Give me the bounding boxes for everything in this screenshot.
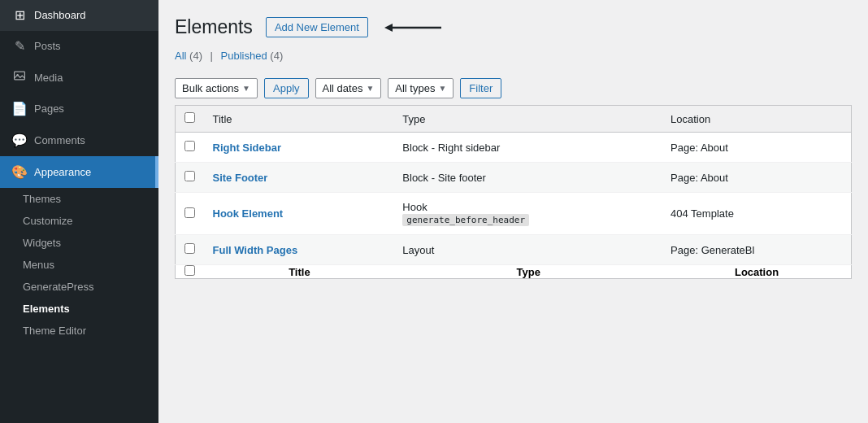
row-type-cell: Block - Site footer <box>394 163 662 193</box>
sidebar-item-dashboard[interactable]: ⊞ Dashboard <box>0 0 158 31</box>
location-column-header: Location <box>662 106 851 133</box>
row-type-text: Block - Right sidebar <box>402 142 500 154</box>
type-footer-header: Type <box>394 265 662 279</box>
bulk-actions-chevron-icon: ▼ <box>242 84 250 93</box>
type-badge: generate_before_header <box>402 214 529 226</box>
sidebar-item-label: Pages <box>34 102 64 116</box>
all-filter-link[interactable]: All <box>175 50 186 62</box>
element-title-link[interactable]: Hook Element <box>213 207 284 220</box>
posts-icon: ✎ <box>11 37 28 55</box>
row-type-text: Hook <box>402 201 427 213</box>
sidebar-item-media[interactable]: Media <box>0 63 158 94</box>
all-dates-chevron-icon: ▼ <box>366 84 374 93</box>
generatepress-label: GeneratePress <box>23 281 93 293</box>
row-type-cell: Layout <box>394 235 662 265</box>
elements-table: Title Type Location Right SidebarBlock -… <box>175 105 852 279</box>
appearance-icon: 🎨 <box>11 164 28 180</box>
row-location-cell: Page: About <box>662 133 851 163</box>
filter-button[interactable]: Filter <box>460 78 501 98</box>
arrow-indicator <box>384 19 449 37</box>
sidebar-sub-item-generatepress[interactable]: GeneratePress <box>0 276 158 298</box>
row-checkbox[interactable] <box>184 243 195 254</box>
menus-label: Menus <box>23 259 54 271</box>
comments-icon: 💬 <box>11 132 28 150</box>
table-footer-row: Title Type Location <box>176 265 852 279</box>
row-location-cell: Page: GenerateBl <box>662 235 851 265</box>
sidebar-sub-item-themes[interactable]: Themes <box>0 188 158 210</box>
published-filter-link[interactable]: Published <box>221 50 267 62</box>
sidebar-item-label: Dashboard <box>34 8 86 23</box>
element-title-link[interactable]: Full Width Pages <box>213 244 298 256</box>
row-type-cell: Block - Right sidebar <box>394 133 662 163</box>
select-all-footer <box>176 265 205 279</box>
row-checkbox[interactable] <box>184 207 195 218</box>
page-header: Elements Add New Element <box>175 16 852 38</box>
row-checkbox-cell <box>176 235 205 265</box>
svg-rect-0 <box>15 72 25 80</box>
row-location-cell: Page: About <box>662 163 851 193</box>
theme-editor-label: Theme Editor <box>23 325 86 337</box>
sidebar-sub-item-menus[interactable]: Menus <box>0 254 158 276</box>
filter-bar: Bulk actions ▼ Apply All dates ▼ All typ… <box>175 72 852 105</box>
row-title-cell: Site Footer <box>205 163 395 193</box>
all-types-select[interactable]: All types ▼ <box>388 78 454 98</box>
table-row: Site FooterBlock - Site footerPage: Abou… <box>176 163 852 193</box>
filter-sep: | <box>210 50 216 62</box>
main-content: Elements Add New Element All (4) | Publi… <box>158 0 868 423</box>
widgets-label: Widgets <box>23 237 61 249</box>
page-title: Elements <box>175 16 253 38</box>
published-count: (4) <box>270 50 283 62</box>
all-types-chevron-icon: ▼ <box>438 84 446 93</box>
select-all-checkbox[interactable] <box>184 112 195 123</box>
sidebar-sub-item-theme-editor[interactable]: Theme Editor <box>0 320 158 342</box>
sidebar-sub-item-customize[interactable]: Customize <box>0 210 158 232</box>
row-location-cell: 404 Template <box>662 193 851 235</box>
row-checkbox[interactable] <box>184 171 195 181</box>
table-header-row: Title Type Location <box>176 106 852 133</box>
row-checkbox-cell <box>176 193 205 235</box>
type-column-header: Type <box>394 106 662 133</box>
sidebar: ⊞ Dashboard ✎ Posts Media 📄 Pages 💬 Comm… <box>0 0 158 423</box>
select-all-footer-checkbox[interactable] <box>184 265 195 276</box>
add-new-element-button[interactable]: Add New Element <box>266 17 368 37</box>
sidebar-sub-item-elements[interactable]: Elements <box>0 298 158 320</box>
customize-label: Customize <box>23 215 72 227</box>
element-title-link[interactable]: Site Footer <box>213 172 268 184</box>
row-type-cell: Hookgenerate_before_header <box>394 193 662 235</box>
themes-label: Themes <box>23 193 61 205</box>
bulk-actions-select[interactable]: Bulk actions ▼ <box>175 78 258 98</box>
all-types-label: All types <box>395 82 435 94</box>
all-count: (4) <box>189 50 202 62</box>
element-title-link[interactable]: Right Sidebar <box>213 142 282 154</box>
row-checkbox-cell <box>176 133 205 163</box>
media-icon <box>11 69 28 87</box>
sidebar-item-appearance[interactable]: 🎨 Appearance <box>0 156 158 188</box>
sidebar-item-label: Appearance <box>34 166 91 178</box>
arrow-svg <box>384 19 449 37</box>
table-row: Hook ElementHookgenerate_before_header40… <box>176 193 852 235</box>
sidebar-item-label: Comments <box>34 133 85 148</box>
apply-button[interactable]: Apply <box>264 78 309 98</box>
table-row: Right SidebarBlock - Right sidebarPage: … <box>176 133 852 163</box>
sidebar-item-comments[interactable]: 💬 Comments <box>0 125 158 156</box>
dashboard-icon: ⊞ <box>11 7 28 24</box>
sidebar-item-pages[interactable]: 📄 Pages <box>0 94 158 124</box>
sidebar-sub-item-widgets[interactable]: Widgets <box>0 232 158 254</box>
sidebar-item-posts[interactable]: ✎ Posts <box>0 31 158 62</box>
row-type-text: Layout <box>402 244 434 256</box>
title-footer-header: Title <box>205 265 395 279</box>
svg-marker-3 <box>384 24 393 32</box>
all-dates-label: All dates <box>323 82 363 94</box>
title-column-header: Title <box>205 106 395 133</box>
elements-label: Elements <box>23 303 70 315</box>
row-title-cell: Full Width Pages <box>205 235 395 265</box>
select-all-header <box>176 106 205 133</box>
sidebar-item-label: Media <box>34 71 63 85</box>
bulk-actions-label: Bulk actions <box>182 82 239 94</box>
table-row: Full Width PagesLayoutPage: GenerateBl <box>176 235 852 265</box>
all-dates-select[interactable]: All dates ▼ <box>315 78 382 98</box>
sidebar-item-label: Posts <box>34 39 61 54</box>
row-type-text: Block - Site footer <box>402 172 486 184</box>
row-title-cell: Hook Element <box>205 193 395 235</box>
row-checkbox[interactable] <box>184 141 195 151</box>
